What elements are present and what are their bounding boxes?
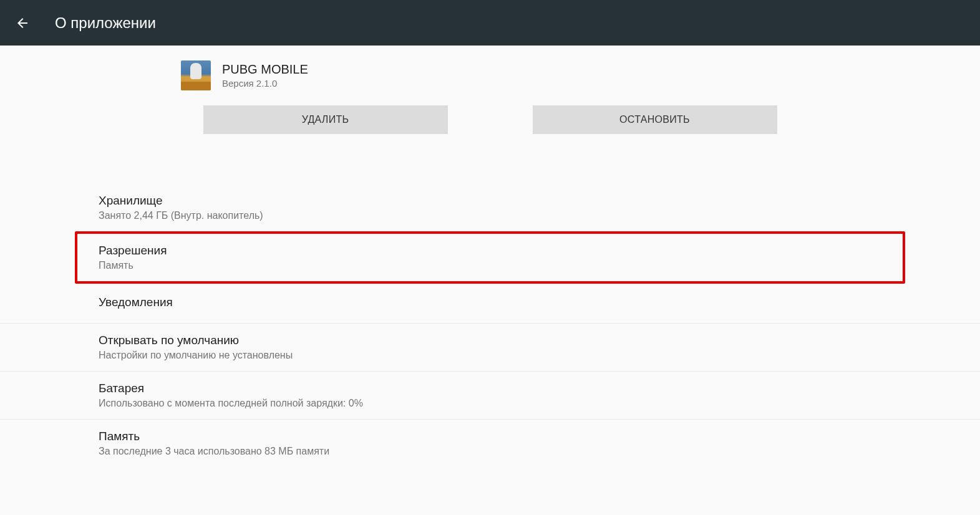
default-open-item[interactable]: Открывать по умолчанию Настройки по умол… <box>0 324 980 372</box>
memory-subtitle: За последние 3 часа использовано 83 МБ п… <box>99 446 980 457</box>
stop-button[interactable]: ОСТАНОВИТЬ <box>533 105 777 134</box>
permissions-highlight: Разрешения Память <box>75 231 905 284</box>
storage-item[interactable]: Хранилище Занято 2,44 ГБ (Внутр. накопит… <box>0 184 980 231</box>
app-name: PUBG MOBILE <box>222 62 308 77</box>
permissions-item[interactable]: Разрешения Память <box>77 234 903 281</box>
uninstall-button[interactable]: УДАЛИТЬ <box>203 105 448 134</box>
memory-title: Память <box>99 430 980 443</box>
default-open-title: Открывать по умолчанию <box>99 334 980 347</box>
page-title: О приложении <box>55 14 156 32</box>
content-area: PUBG MOBILE Версия 2.1.0 УДАЛИТЬ ОСТАНОВ… <box>0 46 980 515</box>
permissions-subtitle: Память <box>99 260 903 271</box>
app-version: Версия 2.1.0 <box>222 78 308 89</box>
app-header: PUBG MOBILE Версия 2.1.0 <box>0 60 980 90</box>
storage-subtitle: Занято 2,44 ГБ (Внутр. накопитель) <box>99 210 980 221</box>
app-icon <box>181 60 211 90</box>
notifications-title: Уведомления <box>99 296 980 309</box>
default-open-subtitle: Настройки по умолчанию не установлены <box>99 350 980 361</box>
notifications-item[interactable]: Уведомления <box>0 284 980 324</box>
battery-title: Батарея <box>99 382 980 395</box>
permissions-title: Разрешения <box>99 244 903 258</box>
app-bar: О приложении <box>0 0 980 46</box>
battery-item[interactable]: Батарея Использовано с момента последней… <box>0 372 980 420</box>
storage-title: Хранилище <box>99 194 980 208</box>
back-icon[interactable] <box>15 16 30 31</box>
action-buttons: УДАЛИТЬ ОСТАНОВИТЬ <box>0 105 980 134</box>
battery-subtitle: Использовано с момента последней полной … <box>99 398 980 409</box>
memory-item[interactable]: Память За последние 3 часа использовано … <box>0 420 980 467</box>
